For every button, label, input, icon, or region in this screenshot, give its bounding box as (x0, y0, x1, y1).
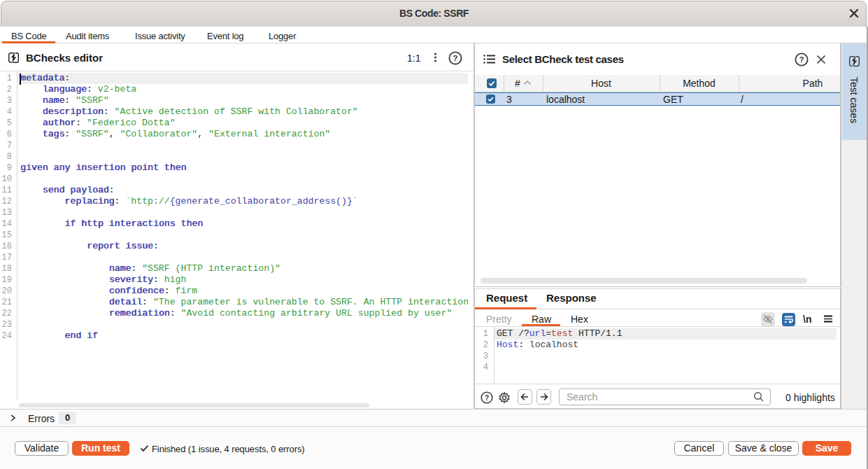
svg-text:?: ? (799, 55, 804, 64)
svg-text:?: ? (453, 54, 457, 62)
svg-text:?: ? (485, 393, 489, 402)
